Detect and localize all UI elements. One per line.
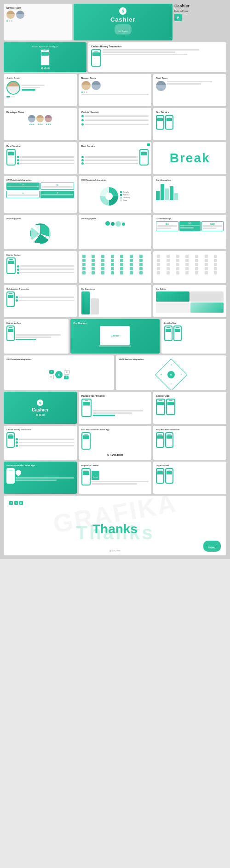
mockup-title: Cashier Mockup (6, 322, 66, 324)
experience-bar-2 (91, 298, 99, 314)
justin-btn[interactable] (6, 96, 10, 97)
icon-cell2-29 (167, 271, 170, 274)
slide-security: Security System In Cashier Apps (4, 462, 77, 494)
best-team-avatar (156, 81, 166, 91)
swot3-o: O (64, 370, 69, 375)
contact-icon-2 (17, 268, 19, 271)
icon-cell2-15 (167, 263, 170, 266)
slide-best-service-2: Best Service (79, 142, 152, 174)
slide-cashier-package: Cashier Package $1 $5 $20 (153, 215, 226, 249)
icon-cell2-31 (185, 271, 189, 274)
slide-cashier-contact: Cashier Contact (4, 251, 77, 283)
register-title: Register To Cashier (81, 464, 149, 467)
row-3: Justin Scott Newest Team (4, 74, 226, 106)
phone-manage (81, 399, 92, 417)
developer-title: Developer Team (6, 111, 74, 114)
row-4: Developer Team ★★★ ★★★ ★★★ Cashier Servi… (4, 108, 226, 140)
slide-swot-4: SWOT Analysis Infographics W S T W O (116, 355, 226, 390)
icon-cell-23 (101, 267, 104, 270)
icon-cell2-3 (185, 255, 189, 258)
hero-btn[interactable]: Get Started (115, 24, 131, 34)
icon-cell-10 (111, 259, 114, 262)
gallery-item-2 (190, 291, 224, 302)
slide-our-gallery: Our Gallery (153, 285, 226, 317)
icon-cell-18 (120, 263, 123, 266)
security-title: Security System In Cashier Apps (6, 464, 74, 467)
phone-available-2 (173, 326, 182, 341)
available-title: Available Now (164, 322, 224, 324)
info-circle-3 (115, 221, 121, 227)
experience-title: Our Experience (81, 288, 149, 290)
justin-avatar (6, 81, 20, 95)
icon-cell-21 (82, 267, 86, 270)
row-6: SWOT Analysis Infographics S W O T (4, 176, 226, 213)
row-11: SWOT Analysis Infographics S W S O T SWO… (4, 355, 226, 390)
icon-cell2-21 (157, 267, 160, 270)
icon-cell-7 (82, 259, 86, 262)
shield-icon (16, 470, 21, 476)
icon-cell-16 (101, 263, 104, 266)
phone-best-service-1 (6, 149, 16, 166)
swot-1-title: SWOT Analysis Infographics (6, 179, 74, 181)
icon-cell-13 (139, 259, 143, 262)
cashier-app-phone-2 (166, 399, 175, 415)
row-9: Collaboration Transaction Our Experience (4, 285, 226, 317)
infographics-3-title: Our Infographics (81, 217, 149, 220)
slide-cashier-service: Cashier Service (79, 108, 152, 140)
icon-cell-9 (101, 259, 104, 262)
swot4-center: W (167, 371, 175, 378)
icon-cell-17 (111, 263, 114, 266)
page-wrapper: Newest Team $ Cashier (0, 0, 230, 559)
info-circle-2 (111, 222, 115, 226)
slide-infographics-2: Our Infographics (4, 215, 77, 249)
icon-cell2-23 (176, 267, 179, 270)
product-title: Cashier (174, 4, 226, 8)
icon-cell2-4 (195, 255, 198, 258)
info-circle-1 (105, 221, 110, 226)
package-title: Cashier Package (156, 217, 224, 220)
avatar-2 (16, 11, 24, 19)
icon-cell-4 (120, 255, 123, 258)
icon-cell-2 (101, 255, 104, 258)
icon-cell-1 (92, 255, 95, 258)
stars-3: ★★★ (46, 123, 51, 126)
icon-cell2-10 (185, 259, 189, 262)
slide-swot-1: SWOT Analysis Infographics S W O T (4, 176, 77, 213)
slide-our-experience: Our Experience (79, 285, 152, 317)
icon-cell2-12 (205, 259, 208, 262)
phone-history (91, 49, 101, 67)
thanks-btn[interactable]: Thanks! (203, 541, 221, 552)
avatar-1 (6, 11, 15, 19)
package-2: $5 (179, 221, 201, 231)
icon-cell-30 (101, 271, 104, 274)
dot-3 (11, 20, 12, 22)
package-1: $1 (156, 221, 178, 231)
icon-cell-33 (130, 271, 133, 274)
icon-cell2-0 (157, 255, 160, 258)
icon-cell-14 (82, 263, 86, 266)
phone-mockup-left (40, 49, 50, 66)
swot-w: W (40, 183, 74, 190)
icon-cell-20 (139, 263, 143, 266)
cashier-app-phone-1 (156, 399, 165, 415)
gallery-title: Our Gallery (156, 288, 224, 290)
phone-hist2 (6, 432, 15, 448)
slide-newest-team-preview: Newest Team (4, 4, 72, 40)
social-tw: t (14, 501, 18, 505)
icon-cell2-1 (167, 255, 170, 258)
icon-cell-12 (130, 259, 133, 262)
icon-cell2-13 (214, 259, 217, 262)
icon-cell2-9 (176, 259, 179, 262)
slide-cashier-brand: $ Cashier (4, 392, 77, 424)
phone-service-1 (156, 115, 164, 130)
icon-cell2-18 (195, 263, 198, 266)
our-service-title: Our Service (156, 111, 224, 114)
slide-our-service: Our Service (153, 108, 226, 140)
gfxtra-link[interactable]: gfxtra.com (109, 549, 120, 552)
package-3: $20 (201, 221, 224, 231)
icon-cell-22 (92, 267, 95, 270)
powerpoint-icon: P (174, 14, 182, 21)
icon-cell2-7 (157, 259, 160, 262)
swot-t: T (40, 191, 74, 198)
dot-inactive-2 (86, 91, 87, 93)
